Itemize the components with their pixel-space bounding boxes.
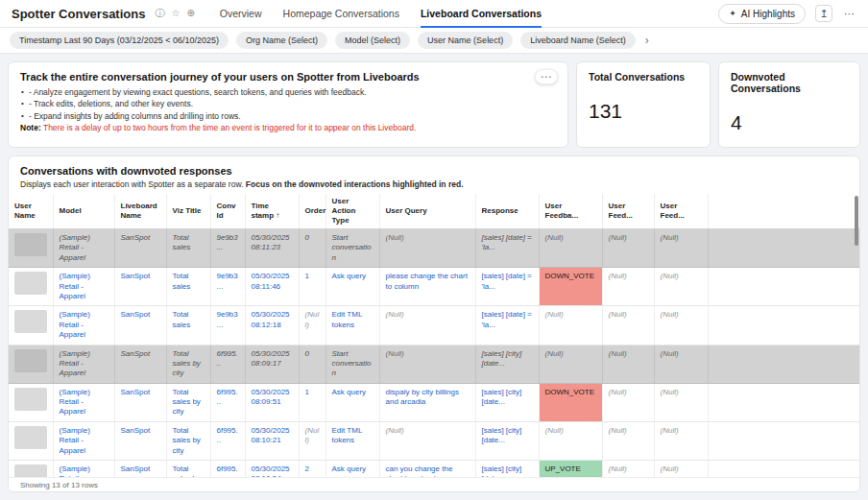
filter-chip-model[interactable]: Model (Select) xyxy=(335,32,410,49)
cell-model-value: (Sample) Retail - Apparel xyxy=(60,349,90,378)
timestamp-date[interactable]: 05/30/2025 xyxy=(252,272,293,281)
vertical-scrollbar-thumb[interactable] xyxy=(855,196,858,246)
cell-response-value[interactable]: [sales] [date] = 'la... xyxy=(482,310,532,328)
column-header-time-stamp[interactable]: Time stamp ↑ xyxy=(245,194,299,229)
table-subtitle-text: Displays each user interaction with Spot… xyxy=(20,179,243,189)
kpi-card-downvoted-conversations: Downvoted Conversations4 xyxy=(718,61,860,148)
filter-chip-user[interactable]: User Name (Select) xyxy=(418,32,513,49)
timestamp-time[interactable]: 08:10:21 xyxy=(252,436,293,445)
cell-user-query: (Null) xyxy=(379,306,475,345)
cell-order-value[interactable]: 1 xyxy=(305,272,309,280)
cell-conv-id: 6f995... xyxy=(210,345,245,383)
cell-user-name xyxy=(9,306,53,345)
cell-user-query: (Null) xyxy=(379,229,475,268)
column-header-liveboard-name[interactable]: Liveboard Name xyxy=(114,194,166,229)
cell-user-feedback-3-value: (Null) xyxy=(661,464,679,473)
cell-user-feedback: (Null) xyxy=(539,421,602,460)
cell-order-value: (Null) xyxy=(305,310,320,328)
cell-user-feedback-3: (Null) xyxy=(654,229,708,268)
column-header-order[interactable]: Order xyxy=(299,194,326,229)
timestamp-date[interactable]: 05/30/2025 xyxy=(252,388,293,397)
cell-user-feedback: DOWN_VOTE xyxy=(539,383,602,421)
filter-overflow-chevron[interactable]: › xyxy=(645,35,649,46)
timestamp-time[interactable]: 08:12:18 xyxy=(252,321,293,330)
tabs: OverviewHomepage ConversationsLiveboard … xyxy=(220,0,542,28)
timestamp-date[interactable]: 05/30/2025 xyxy=(252,464,293,474)
cell-conv-id-value[interactable]: 9e9b3... xyxy=(217,310,238,328)
info-card-more-button[interactable]: ⋯ xyxy=(535,69,558,84)
column-header-response[interactable]: Response xyxy=(475,194,539,229)
cell-conv-id-value[interactable]: 6f995... xyxy=(217,426,238,444)
vote-badge: DOWN_VOTE xyxy=(545,388,595,396)
info-icon[interactable]: ⓘ xyxy=(155,9,164,18)
timestamp-time: 08:11:23 xyxy=(252,243,293,252)
cell-user-feedback-2-value: (Null) xyxy=(609,349,627,358)
tab-liveboard-conversations[interactable]: Liveboard Conversations xyxy=(421,0,542,28)
cell-user-feedback-value: (Null) xyxy=(545,310,564,319)
star-icon[interactable]: ☆ xyxy=(171,9,180,18)
cell-user-action-type-value[interactable]: Ask query xyxy=(332,388,367,396)
filter-chip-org[interactable]: Org Name (Select) xyxy=(236,32,327,49)
column-header-label: User Query xyxy=(386,206,427,215)
export-icon[interactable]: ↥ xyxy=(815,5,832,22)
column-header-user-action-type[interactable]: User Action Type xyxy=(326,194,379,229)
cell-user-feedback-3-value: (Null) xyxy=(661,272,679,280)
timestamp-time[interactable]: 08:11:46 xyxy=(252,282,293,292)
cell-conv-id-value[interactable]: 9e9b3... xyxy=(217,272,238,290)
cell-model-value[interactable]: (Sample) Retail - Apparel xyxy=(60,310,90,339)
schedule-icon[interactable]: ⊕ xyxy=(186,9,194,18)
ai-highlights-button[interactable]: ✦ AI Highlights xyxy=(718,4,806,24)
cell-user-name xyxy=(9,345,53,383)
cell-user-query-value[interactable]: please change the chart to column xyxy=(386,272,468,290)
cell-user-feedback-3-value: (Null) xyxy=(661,426,679,435)
cell-viz-title-value[interactable]: Total sales by city xyxy=(173,426,201,455)
cell-user-action-type-value[interactable]: Edit TML tokens xyxy=(332,310,363,328)
cell-liveboard-name-value[interactable]: SanSpot xyxy=(121,464,151,473)
cell-liveboard-name-value[interactable]: SanSpot xyxy=(121,310,151,319)
cell-user-action-type-value: Start conversation xyxy=(332,349,372,378)
tab-homepage-conversations[interactable]: Homepage Conversations xyxy=(283,0,399,28)
cell-filler xyxy=(708,306,859,345)
column-header-user-feed[interactable]: User Feed... xyxy=(654,194,708,229)
cell-user-action-type-value[interactable]: Ask query xyxy=(332,464,367,473)
timestamp-time[interactable]: 08:09:51 xyxy=(252,397,293,407)
column-header-viz-title[interactable]: Viz Title xyxy=(166,194,210,229)
column-header-user-feedba[interactable]: User Feedba... xyxy=(539,194,602,229)
vote-badge: UP_VOTE xyxy=(545,464,581,473)
cell-response-value[interactable]: [sales] [date] = 'la... xyxy=(482,272,532,290)
cell-viz-title-value[interactable]: Total sales xyxy=(173,272,191,290)
cell-model-value[interactable]: (Sample) Retail - Apparel xyxy=(60,272,90,300)
cell-user-action-type-value[interactable]: Edit TML tokens xyxy=(332,426,363,444)
cell-user-feedback-2: (Null) xyxy=(602,306,654,345)
cell-order-value[interactable]: 1 xyxy=(305,388,309,396)
column-header-user-query[interactable]: User Query xyxy=(379,194,475,229)
column-header-conv-id[interactable]: Conv Id xyxy=(210,194,245,229)
info-note: Note: There is a delay of up to two hour… xyxy=(20,123,556,132)
cell-conv-id-value[interactable]: 6f995... xyxy=(217,388,238,406)
cell-liveboard-name-value[interactable]: SanSpot xyxy=(121,426,151,435)
cell-model-value[interactable]: (Sample) Retail - Apparel xyxy=(60,426,90,455)
cell-order-value[interactable]: 2 xyxy=(305,464,309,473)
filter-chip-timestamp[interactable]: Timestamp Last 90 Days (03/12/2025 < 06/… xyxy=(10,32,229,49)
column-header-user-feed[interactable]: User Feed... xyxy=(602,194,654,229)
cell-liveboard-name-value[interactable]: SanSpot xyxy=(121,272,151,280)
filter-chip-liveboard[interactable]: Liveboard Name (Select) xyxy=(520,32,636,49)
cell-response-value[interactable]: [sales] [city] [date... xyxy=(482,388,522,406)
cell-viz-title-value[interactable]: Total sales xyxy=(173,310,191,328)
table-card: Conversations with downvoted responses D… xyxy=(8,155,860,492)
column-header-user-name[interactable]: User Name xyxy=(9,194,53,229)
cell-liveboard-name-value[interactable]: SanSpot xyxy=(121,388,151,396)
cell-viz-title-value[interactable]: Total sales by city xyxy=(173,388,201,417)
more-menu-button[interactable]: ⋯ xyxy=(842,8,856,20)
cell-user-action-type-value[interactable]: Ask query xyxy=(332,272,367,280)
cell-filler xyxy=(708,345,859,383)
cell-response-value[interactable]: [sales] [city] [date... xyxy=(482,426,522,444)
table-title: Conversations with downvoted responses xyxy=(9,165,859,177)
cell-model-value[interactable]: (Sample) Retail - Apparel xyxy=(60,388,90,417)
tab-overview[interactable]: Overview xyxy=(220,0,262,28)
column-header-model[interactable]: Model xyxy=(53,194,114,229)
column-header-label: Time stamp xyxy=(252,202,275,220)
cell-user-query-value[interactable]: dispaly by city billings and arcadia xyxy=(386,388,459,406)
timestamp-date[interactable]: 05/30/2025 xyxy=(252,426,293,436)
timestamp-date[interactable]: 05/30/2025 xyxy=(252,310,293,320)
